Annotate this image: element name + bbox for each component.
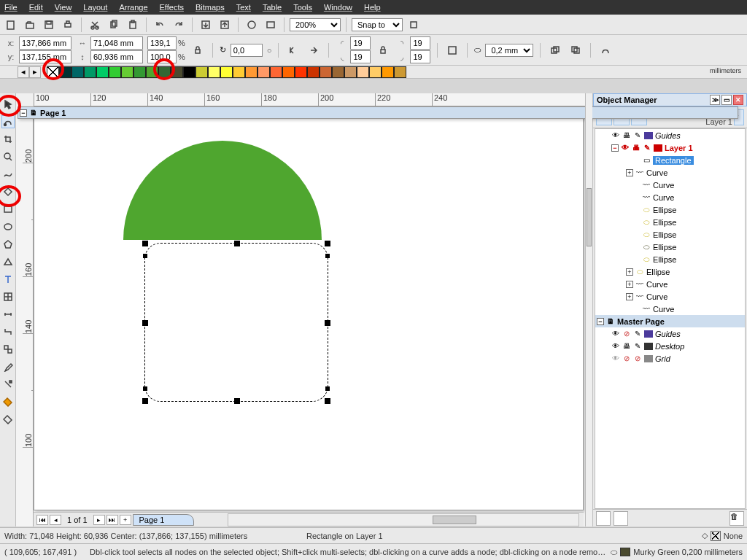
corner-lock-icon[interactable] (375, 42, 391, 58)
blend-tool-icon[interactable] (1, 343, 15, 356)
tree-ellipse[interactable]: Ellipse (653, 230, 676, 239)
color-swatch[interactable] (84, 66, 96, 78)
import-icon[interactable] (198, 17, 214, 33)
connector-tool-icon[interactable] (1, 325, 15, 338)
print-icon[interactable] (60, 17, 76, 33)
selected-rectangle[interactable] (144, 243, 328, 402)
open-icon[interactable] (22, 17, 38, 33)
print-icon[interactable]: 🖶 (632, 144, 640, 152)
pencil-icon[interactable]: ✎ (633, 330, 642, 338)
pick-tool-icon[interactable] (1, 98, 15, 111)
angle-input[interactable] (231, 44, 263, 57)
menu-bitmaps[interactable]: Bitmaps (196, 3, 225, 12)
menu-help[interactable]: Help (364, 3, 381, 12)
shape-tool-icon[interactable] (1, 115, 15, 128)
page-prev-icon[interactable]: ◂ (50, 515, 61, 525)
snap-options-icon[interactable] (406, 17, 422, 33)
color-swatch[interactable] (220, 66, 233, 78)
scale-x-input[interactable] (147, 36, 177, 50)
app-launcher-icon[interactable] (244, 17, 260, 33)
color-swatch[interactable] (245, 66, 258, 78)
color-swatch[interactable] (109, 66, 121, 78)
zoom-tool-icon[interactable] (1, 150, 15, 163)
tree-curve[interactable]: Curve (653, 181, 674, 190)
docker-collapse-icon[interactable]: ≫ (710, 95, 720, 105)
vertical-scrollbar[interactable] (585, 93, 592, 526)
palette-menu-icon[interactable]: ▸ (29, 66, 41, 78)
eyedropper-tool-icon[interactable] (1, 360, 15, 373)
page-last-icon[interactable]: ⏭ (107, 515, 118, 525)
to-front-icon[interactable] (547, 42, 563, 58)
tree-curve[interactable]: Curve (646, 168, 667, 177)
convert-curves-icon[interactable] (597, 42, 614, 58)
page-next-icon[interactable]: ▸ (93, 515, 105, 525)
tree-ellipse[interactable]: Ellipse (646, 268, 670, 276)
height-input[interactable] (90, 50, 143, 63)
tree-curve[interactable]: Curve (646, 292, 667, 301)
tree-layer1[interactable]: Layer 1 (665, 144, 693, 152)
collapse-icon[interactable]: − (611, 144, 619, 152)
tree-curve[interactable]: Curve (646, 280, 667, 289)
color-swatch[interactable] (171, 66, 183, 78)
corner-bl-input[interactable] (350, 50, 371, 63)
horizontal-scrollbar[interactable] (228, 513, 579, 526)
color-swatch[interactable] (357, 66, 369, 78)
tree-guides-master[interactable]: Guides (655, 330, 681, 338)
outline-tool-icon[interactable] (1, 378, 15, 391)
fill-tool-icon[interactable] (1, 395, 15, 408)
noprint-icon[interactable]: ⊘ (622, 354, 631, 363)
tree-desktop[interactable]: Desktop (655, 342, 684, 351)
color-swatch[interactable] (282, 66, 295, 78)
color-swatch[interactable] (59, 66, 71, 78)
pencil-icon[interactable]: ✎ (633, 131, 642, 140)
tree-ellipse[interactable]: Ellipse (653, 218, 676, 227)
outline-width-combo[interactable]: 0,2 mm (485, 44, 533, 57)
color-swatch[interactable] (146, 66, 158, 78)
collapse-icon[interactable]: − (597, 318, 604, 325)
table-tool-icon[interactable] (1, 290, 15, 303)
tree-ellipse[interactable]: Ellipse (653, 243, 676, 252)
welcome-icon[interactable] (263, 17, 279, 33)
object-tree[interactable]: −🗎Page 1 👁🖶✎Guides −👁🖶✎Layer 1 ▭Rectangl… (595, 128, 746, 509)
color-swatch[interactable] (121, 66, 133, 78)
menu-effects[interactable]: Effects (160, 3, 184, 12)
width-input[interactable] (90, 36, 143, 50)
expand-icon[interactable]: + (626, 293, 633, 300)
color-swatch[interactable] (394, 66, 406, 78)
menu-text[interactable]: Text (236, 3, 251, 12)
tree-master[interactable]: Master Page (617, 317, 665, 326)
docker-close-icon[interactable]: ✕ (733, 95, 743, 105)
smart-fill-tool-icon[interactable] (1, 185, 15, 198)
tree-ellipse[interactable]: Ellipse (653, 255, 676, 264)
color-swatch[interactable] (344, 66, 357, 78)
canvas-area[interactable]: 100120140160180200220240 200160140100 (16, 93, 592, 526)
new-layer-icon[interactable] (596, 511, 611, 526)
print-icon[interactable]: 🖶 (622, 131, 631, 140)
redo-icon[interactable] (171, 17, 187, 33)
pencil-icon[interactable]: ✎ (643, 144, 651, 152)
palette-left-icon[interactable]: ◂ (18, 66, 29, 78)
ellipse-tool-icon[interactable] (1, 220, 15, 233)
export-icon[interactable] (217, 17, 233, 33)
y-input[interactable] (19, 50, 71, 63)
dimension-tool-icon[interactable] (1, 308, 15, 321)
color-swatch[interactable] (233, 66, 245, 78)
corner-tl-input[interactable] (350, 36, 371, 50)
rectangle-tool-icon[interactable] (1, 203, 15, 216)
shapes-tool-icon[interactable] (1, 255, 15, 268)
color-swatch[interactable] (196, 66, 208, 78)
tree-grid[interactable]: Grid (655, 354, 670, 363)
expand-icon[interactable]: + (626, 281, 633, 288)
color-swatch[interactable] (183, 66, 196, 78)
menu-layout[interactable]: Layout (83, 3, 107, 12)
freehand-tool-icon[interactable] (1, 168, 15, 181)
copy-icon[interactable] (106, 17, 122, 33)
tree-curve[interactable]: Curve (653, 193, 674, 202)
corner-br-input[interactable] (410, 50, 430, 63)
eye-icon[interactable]: 👁 (611, 342, 620, 351)
menu-arrange[interactable]: Arrange (119, 3, 147, 12)
color-swatch[interactable] (258, 66, 270, 78)
interactive-fill-tool-icon[interactable] (1, 413, 15, 426)
mirror-h-icon[interactable] (285, 42, 301, 58)
color-swatch[interactable] (96, 66, 109, 78)
